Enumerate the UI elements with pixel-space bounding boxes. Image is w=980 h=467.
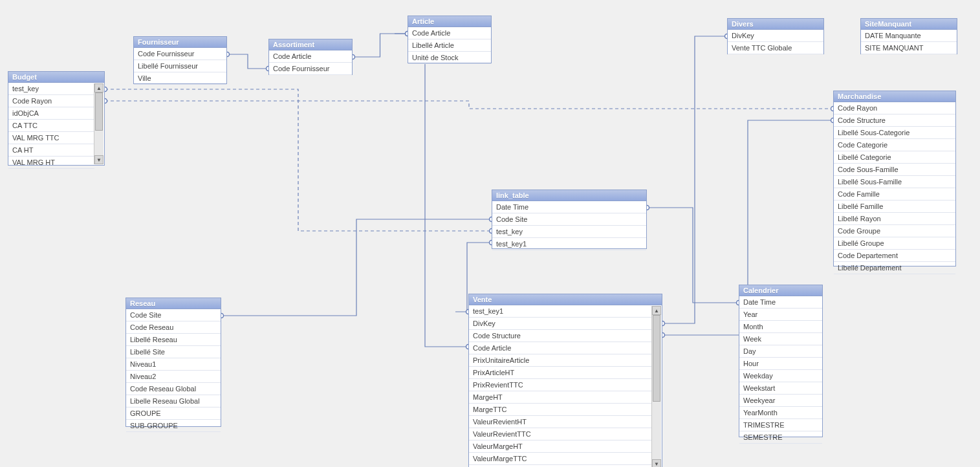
field-row[interactable]: idObjCA (8, 107, 94, 120)
field-row[interactable]: Hour (739, 358, 822, 370)
field-row[interactable]: MargeTTC (469, 404, 652, 416)
field-row[interactable]: Code Article (269, 50, 352, 63)
scroll-up-icon[interactable]: ▲ (652, 306, 661, 315)
entity-title[interactable]: Reseau (126, 298, 221, 309)
field-row[interactable]: Libellé Rayon (834, 213, 955, 225)
scroll-down-icon[interactable]: ▼ (652, 459, 661, 467)
field-row[interactable]: Weekday (739, 370, 822, 382)
field-row[interactable]: Date Time (492, 201, 646, 213)
field-row[interactable]: Code Article (469, 342, 652, 354)
field-row[interactable]: test_key1 (492, 238, 646, 250)
entity-title[interactable]: Calendrier (739, 285, 822, 296)
field-row[interactable]: Code Site (492, 213, 646, 226)
entity-calendrier[interactable]: CalendrierDate TimeYearMonthWeekDayHourW… (739, 285, 823, 437)
entity-title[interactable]: Divers (728, 19, 823, 30)
scrollbar[interactable]: ▲▼ (651, 306, 661, 467)
field-row[interactable]: Libellé Fournisseur (134, 60, 226, 72)
entity-title[interactable]: Assortiment (269, 39, 352, 50)
entity-article[interactable]: ArticleCode ArticleLibellé ArticleUnité … (408, 16, 492, 63)
scroll-thumb[interactable] (653, 315, 660, 402)
entity-divers[interactable]: DiversDivKeyVente TTC Globale (727, 18, 824, 54)
field-row[interactable]: Code Rayon (8, 95, 94, 107)
field-row[interactable]: Libellé Famille (834, 201, 955, 213)
field-row[interactable]: Date Time (739, 296, 822, 309)
field-row[interactable]: PrixRevientTTC (469, 379, 652, 391)
field-row[interactable]: test_key (492, 226, 646, 238)
entity-link_table[interactable]: link_tableDate TimeCode Sitetest_keytest… (492, 190, 647, 249)
field-row[interactable]: TRIMESTRE (739, 419, 822, 431)
field-row[interactable]: Year (739, 309, 822, 321)
field-row[interactable]: Code Reseau Global (126, 383, 221, 395)
field-row[interactable]: Niveau1 (126, 358, 221, 371)
entity-vente[interactable]: Ventetest_key1DivKeyCode StructureCode A… (468, 294, 662, 467)
field-row[interactable]: Libellé Categorie (834, 151, 955, 164)
field-row[interactable]: DivKey (728, 30, 823, 42)
field-row[interactable]: MargeHT (469, 391, 652, 404)
entity-title[interactable]: SiteManquant (861, 19, 957, 30)
field-row[interactable]: test_key (8, 83, 94, 95)
entity-budget[interactable]: Budgettest_keyCode RayonidObjCACA TTCVAL… (8, 71, 105, 166)
field-row[interactable]: CA TTC (8, 120, 94, 132)
entity-assortiment[interactable]: AssortimentCode ArticleCode Fournisseur (268, 39, 353, 75)
field-row[interactable]: Code Departement (834, 250, 955, 262)
field-row[interactable]: CA HT (8, 144, 94, 157)
scrollbar[interactable]: ▲▼ (94, 83, 103, 164)
field-row[interactable]: DivKey (469, 318, 652, 330)
field-row[interactable]: VAL MRG TTC (8, 132, 94, 144)
field-row[interactable]: Code Fournisseur (134, 48, 226, 60)
entity-title[interactable]: Budget (8, 72, 104, 83)
field-row[interactable]: Unité de Stock (408, 52, 491, 64)
field-row[interactable]: Month (739, 321, 822, 333)
field-row[interactable]: YearMonth (739, 407, 822, 419)
field-row[interactable]: Day (739, 345, 822, 358)
scroll-up-icon[interactable]: ▲ (94, 83, 103, 92)
diagram-canvas[interactable]: Budgettest_keyCode RayonidObjCACA TTCVAL… (0, 0, 980, 467)
entity-title[interactable]: Article (408, 16, 491, 27)
entity-title[interactable]: Fournisseur (134, 37, 226, 48)
field-row[interactable]: Code Site (126, 309, 221, 321)
field-row[interactable]: Libellé Site (126, 346, 221, 358)
field-row[interactable]: Code Structure (469, 330, 652, 342)
field-row[interactable]: PrixArticleHT (469, 367, 652, 379)
field-row[interactable]: Code Structure (834, 114, 955, 127)
entity-title[interactable]: Vente (469, 294, 662, 305)
field-row[interactable]: Niveau2 (126, 371, 221, 383)
field-row[interactable]: Libelle Reseau Global (126, 395, 221, 407)
field-row[interactable]: ValeurRevientHT (469, 416, 652, 428)
field-row[interactable]: PrixUnitaireArticle (469, 354, 652, 367)
field-row[interactable]: Weekyear (739, 395, 822, 407)
field-row[interactable]: Libellé Reseau (126, 334, 221, 346)
field-row[interactable]: Libellé Article (408, 39, 491, 52)
field-row[interactable]: Code Reseau (126, 321, 221, 334)
entity-title[interactable]: Marchandise (834, 91, 955, 102)
field-row[interactable]: VAL MRG HT (8, 157, 94, 169)
scroll-thumb[interactable] (95, 92, 103, 131)
field-row[interactable]: SITE MANQUANT (861, 42, 957, 54)
field-row[interactable]: ValeurRevientTTC (469, 428, 652, 440)
field-row[interactable]: Code Fournisseur (269, 63, 352, 75)
field-row[interactable]: Code Rayon (834, 102, 955, 114)
field-row[interactable]: Week (739, 333, 822, 345)
field-row[interactable]: ValeurMargeTTC (469, 453, 652, 465)
entity-fournisseur[interactable]: FournisseurCode FournisseurLibellé Fourn… (133, 36, 227, 84)
field-row[interactable]: Code Article (408, 27, 491, 39)
field-row[interactable]: SEMESTRE (739, 431, 822, 444)
field-row[interactable]: Code Categorie (834, 139, 955, 151)
entity-reseau[interactable]: ReseauCode SiteCode ReseauLibellé Reseau… (125, 298, 221, 427)
field-row[interactable]: Libellé Sous-Famille (834, 176, 955, 188)
entity-marchandise[interactable]: MarchandiseCode RayonCode StructureLibel… (833, 91, 956, 266)
field-row[interactable]: Libellé Sous-Categorie (834, 127, 955, 139)
field-row[interactable]: test_key1 (469, 305, 652, 318)
field-row[interactable]: Code Sous-Famille (834, 164, 955, 176)
entity-title[interactable]: link_table (492, 190, 646, 201)
field-row[interactable]: Libellé Groupe (834, 237, 955, 250)
field-row[interactable]: DATE Manquante (861, 30, 957, 42)
field-row[interactable]: Code Famille (834, 188, 955, 201)
field-row[interactable]: Code Groupe (834, 225, 955, 237)
field-row[interactable]: Libellé Departement (834, 262, 955, 274)
field-row[interactable]: ValeurMargeHT (469, 440, 652, 453)
field-row[interactable]: SUB-GROUPE (126, 420, 221, 432)
entity-sitemanquant[interactable]: SiteManquantDATE ManquanteSITE MANQUANT (860, 18, 957, 54)
field-row[interactable]: Ville (134, 72, 226, 85)
scroll-down-icon[interactable]: ▼ (94, 155, 103, 164)
